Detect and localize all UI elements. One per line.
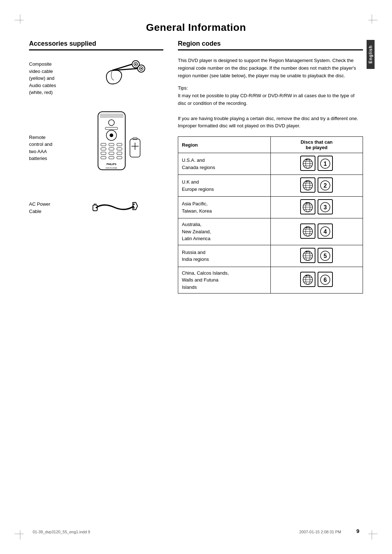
corner-mark-tr-h xyxy=(368,20,377,20)
discs-cell: ALL 6 xyxy=(270,267,363,294)
region-cell: U.S.A. andCanada regions xyxy=(178,153,271,175)
svg-text:1: 1 xyxy=(324,161,327,167)
svg-point-10 xyxy=(109,120,114,126)
corner-mark-bl-v xyxy=(20,530,20,539)
table-row: U.S.A. andCanada regions ALL 1 xyxy=(178,153,363,175)
svg-text:4: 4 xyxy=(324,229,327,235)
svg-point-35 xyxy=(133,204,135,205)
accessories-section: Compositevideo cable(yellow) andAudio ca… xyxy=(29,58,163,219)
svg-text:3: 3 xyxy=(324,204,327,210)
discs-col-header: Discs that canbe played xyxy=(270,137,363,153)
page-title: General Information xyxy=(29,22,363,33)
region-cell: Russia andIndia regions xyxy=(178,245,271,267)
svg-rect-8 xyxy=(98,112,125,170)
discs-cell: ALL 4 xyxy=(270,218,363,245)
svg-text:ALL: ALL xyxy=(305,274,310,277)
globe-icon: ALL xyxy=(300,223,315,240)
globe-icon: ALL xyxy=(300,272,315,288)
region-body-text: This DVD player is designed to support t… xyxy=(178,57,363,79)
svg-text:ALL: ALL xyxy=(305,226,310,229)
svg-rect-17 xyxy=(101,148,106,150)
svg-rect-21 xyxy=(109,152,114,155)
table-row: China, Calcos Islands,Walls and FutunaIs… xyxy=(178,267,363,294)
corner-mark-tl-h xyxy=(15,20,24,20)
svg-rect-25 xyxy=(117,156,122,159)
tip1-text: It may not be possible to play CD-R/RW o… xyxy=(178,93,355,106)
discs-cell: ALL 3 xyxy=(270,197,363,218)
svg-text:DVD PLAYER: DVD PLAYER xyxy=(106,167,117,169)
region-col-header: Region xyxy=(178,137,271,153)
number-icon: 1 xyxy=(318,156,333,172)
disc-icons: ALL 5 xyxy=(274,248,359,264)
svg-point-2 xyxy=(135,63,136,65)
right-column: English Region codes This DVD player is … xyxy=(178,40,363,294)
discs-cell: ALL 5 xyxy=(270,245,363,267)
corner-mark-br-v xyxy=(372,530,372,539)
tip2-text: If you are having trouble playing a cert… xyxy=(178,116,358,129)
region-cell: Australia,New Zealand,Latin America xyxy=(178,218,271,245)
discs-cell: ALL 1 xyxy=(270,153,363,175)
discs-cell: ALL 2 xyxy=(270,175,363,197)
disc-icons: ALL 6 xyxy=(274,272,359,288)
svg-point-6 xyxy=(140,68,142,69)
svg-text:ALL: ALL xyxy=(305,158,310,161)
svg-rect-16 xyxy=(117,143,122,146)
svg-text:ALL: ALL xyxy=(305,180,310,182)
svg-rect-20 xyxy=(101,152,106,155)
accessories-heading: Accessories supplied xyxy=(29,40,163,50)
globe-icon: ALL xyxy=(300,248,315,264)
number-icon: 6 xyxy=(318,272,333,288)
number-icon: 3 xyxy=(318,199,333,216)
footer-right: 2007-01-15 2:08:31 PM xyxy=(299,530,341,534)
number-icon: 5 xyxy=(318,248,333,264)
remote-svg: PHILIPS DVD PLAYER xyxy=(91,110,149,186)
corner-mark-br-h xyxy=(368,534,377,534)
region-cell: U.K andEurope regions xyxy=(178,175,271,197)
region-codes-heading: Region codes xyxy=(178,40,363,50)
corner-mark-tr-v xyxy=(372,15,372,24)
svg-rect-9 xyxy=(100,114,123,118)
disc-icons: ALL 4 xyxy=(274,223,359,240)
number-icon: 4 xyxy=(318,223,333,240)
accessory-remote: Remotecontrol andtwo AAAbatteries xyxy=(29,110,163,186)
svg-rect-29 xyxy=(133,138,137,140)
page-number: 9 xyxy=(356,528,359,534)
svg-text:5: 5 xyxy=(324,253,327,259)
svg-rect-22 xyxy=(117,152,122,155)
power-label: AC PowerCable xyxy=(29,201,62,215)
svg-rect-15 xyxy=(109,143,114,146)
disc-icons: ALL 2 xyxy=(274,177,359,194)
cable-svg xyxy=(101,58,148,90)
svg-rect-24 xyxy=(109,156,114,159)
svg-rect-11 xyxy=(105,127,118,130)
globe-icon: ALL xyxy=(300,177,315,194)
region-cell: China, Calcos Islands,Walls and FutunaIs… xyxy=(178,267,271,294)
cable-label: Compositevideo cable(yellow) andAudio ca… xyxy=(29,58,80,96)
svg-text:PHILIPS: PHILIPS xyxy=(106,163,117,165)
svg-rect-14 xyxy=(101,143,106,146)
table-row: Asia Pacific,Taiwan, Korea ALL 3 xyxy=(178,197,363,218)
svg-text:ALL: ALL xyxy=(305,202,310,204)
table-header-row: Region Discs that canbe played xyxy=(178,137,363,153)
table-row: Australia,New Zealand,Latin America ALL … xyxy=(178,218,363,245)
region-cell: Asia Pacific,Taiwan, Korea xyxy=(178,197,271,218)
footer-left: 01-39_dvp3120_55_eng1.indd 9 xyxy=(33,530,90,534)
table-row: Russia andIndia regions ALL 5 xyxy=(178,245,363,267)
svg-point-13 xyxy=(110,134,113,137)
globe-icon: ALL xyxy=(300,156,315,172)
accessory-cable: Compositevideo cable(yellow) andAudio ca… xyxy=(29,58,163,96)
globe-icon: ALL xyxy=(300,199,315,216)
svg-rect-18 xyxy=(109,148,114,150)
svg-rect-19 xyxy=(117,148,122,150)
svg-point-36 xyxy=(133,207,135,209)
remote-label: Remotecontrol andtwo AAAbatteries xyxy=(29,134,73,162)
svg-text:6: 6 xyxy=(324,277,327,283)
number-icon: 2 xyxy=(318,177,333,194)
power-image xyxy=(68,197,163,219)
corner-mark-tl-v xyxy=(20,15,20,24)
tips-section: Tips: It may not be possible to play CD-… xyxy=(178,85,363,130)
remote-image: PHILIPS DVD PLAYER xyxy=(76,110,163,186)
power-svg xyxy=(92,197,139,219)
region-table: Region Discs that canbe played U.S.A. an… xyxy=(178,136,363,294)
disc-icons: ALL 1 xyxy=(274,156,359,172)
